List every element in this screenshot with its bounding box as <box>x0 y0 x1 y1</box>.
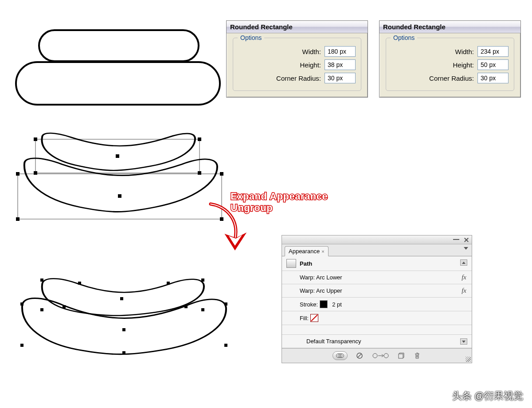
options-legend: Options <box>391 34 417 41</box>
svg-rect-22 <box>224 302 227 306</box>
clear-appearance-icon[interactable] <box>356 352 364 360</box>
svg-rect-10 <box>220 172 223 176</box>
height-field[interactable] <box>477 59 509 70</box>
svg-rect-13 <box>118 194 121 198</box>
svg-rect-5 <box>34 171 37 175</box>
svg-line-33 <box>358 354 361 357</box>
svg-rect-24 <box>224 344 227 347</box>
svg-point-35 <box>384 353 388 358</box>
svg-rect-21 <box>20 302 23 306</box>
minimize-icon[interactable] <box>453 239 459 241</box>
svg-rect-6 <box>198 171 201 175</box>
delete-item-icon[interactable] <box>413 352 421 360</box>
fx-icon[interactable]: fx <box>462 274 466 281</box>
new-art-basic-appearance-button[interactable] <box>332 351 348 360</box>
svg-rect-27 <box>122 351 125 354</box>
transparency-label: Default Transparency <box>306 338 361 345</box>
rounded-rectangle-dialog-1: Rounded Rectangle Options Width: Height:… <box>226 20 368 98</box>
svg-rect-4 <box>198 137 201 141</box>
width-field[interactable] <box>325 46 356 57</box>
annotation-text: Expand Appearance Ungroup <box>231 191 328 214</box>
panel-menu-icon[interactable] <box>464 247 468 250</box>
effect-label: Warp: Arc Lower <box>300 274 342 281</box>
svg-rect-36 <box>399 354 403 358</box>
transparency-row[interactable]: Default Transparency <box>282 335 472 348</box>
svg-rect-1 <box>16 62 220 105</box>
svg-rect-18 <box>78 282 81 285</box>
corner-radius-field[interactable] <box>477 73 509 83</box>
stroke-label: Stroke: <box>300 301 318 308</box>
svg-rect-14 <box>40 279 43 282</box>
svg-rect-28 <box>122 328 125 331</box>
svg-rect-25 <box>63 305 66 308</box>
tab-label: Appearance <box>289 248 320 255</box>
svg-point-34 <box>373 353 377 358</box>
svg-rect-11 <box>16 217 20 221</box>
svg-rect-7 <box>116 154 119 158</box>
options-legend: Options <box>238 34 264 41</box>
svg-rect-16 <box>40 308 43 311</box>
fill-row[interactable]: Fill: <box>282 311 472 325</box>
height-label: Height: <box>300 61 321 69</box>
effect-row[interactable]: Warp: Arc Upper fx <box>282 284 472 298</box>
svg-rect-0 <box>39 30 199 61</box>
appearance-target-row: Path <box>282 256 472 271</box>
close-icon[interactable] <box>464 237 469 243</box>
stroke-swatch-icon[interactable] <box>320 300 328 308</box>
width-field[interactable] <box>477 46 509 57</box>
svg-rect-12 <box>220 217 223 221</box>
stroke-value: 2 pt <box>332 301 342 308</box>
effect-row[interactable]: Warp: Arc Lower fx <box>282 271 472 284</box>
dialog-title: Rounded Rectangle <box>379 21 520 33</box>
corner-radius-field[interactable] <box>325 73 356 83</box>
tab-appearance[interactable]: Appearance × <box>285 246 329 256</box>
fill-label: Fill: <box>300 315 309 322</box>
scroll-down-icon[interactable] <box>460 338 467 345</box>
fill-none-swatch-icon[interactable] <box>310 314 318 322</box>
tab-close-icon[interactable]: × <box>321 249 324 254</box>
rounded-rectangle-dialog-2: Rounded Rectangle Options Width: Height:… <box>379 20 521 98</box>
duplicate-item-icon[interactable] <box>397 352 405 360</box>
resize-grip-icon[interactable] <box>466 357 471 362</box>
dialog-title: Rounded Rectangle <box>227 21 368 33</box>
height-label: Height: <box>453 61 474 69</box>
watermark-text: 头条 @衍果视觉 <box>452 389 523 403</box>
width-label: Width: <box>302 48 321 55</box>
svg-rect-17 <box>201 308 204 311</box>
svg-rect-23 <box>20 344 23 347</box>
svg-rect-20 <box>120 297 123 300</box>
effect-label: Warp: Arc Upper <box>300 287 342 294</box>
height-field[interactable] <box>325 59 356 70</box>
appearance-target-label: Path <box>300 260 312 267</box>
corner-radius-label: Corner Radius: <box>276 75 321 82</box>
svg-rect-19 <box>167 282 170 285</box>
svg-rect-9 <box>16 172 20 176</box>
path-thumbnail-icon <box>286 259 296 268</box>
reduce-to-basic-icon[interactable] <box>372 352 389 360</box>
corner-radius-label: Corner Radius: <box>429 75 474 82</box>
fx-icon[interactable]: fx <box>462 287 466 294</box>
svg-rect-26 <box>184 305 188 308</box>
appearance-panel: Appearance × Path Warp: Arc Lower fx War… <box>282 235 472 363</box>
scroll-up-icon[interactable] <box>460 259 467 266</box>
svg-rect-3 <box>34 137 37 141</box>
width-label: Width: <box>455 48 474 55</box>
stroke-row[interactable]: Stroke: 2 pt <box>282 298 472 311</box>
svg-rect-15 <box>201 279 204 282</box>
